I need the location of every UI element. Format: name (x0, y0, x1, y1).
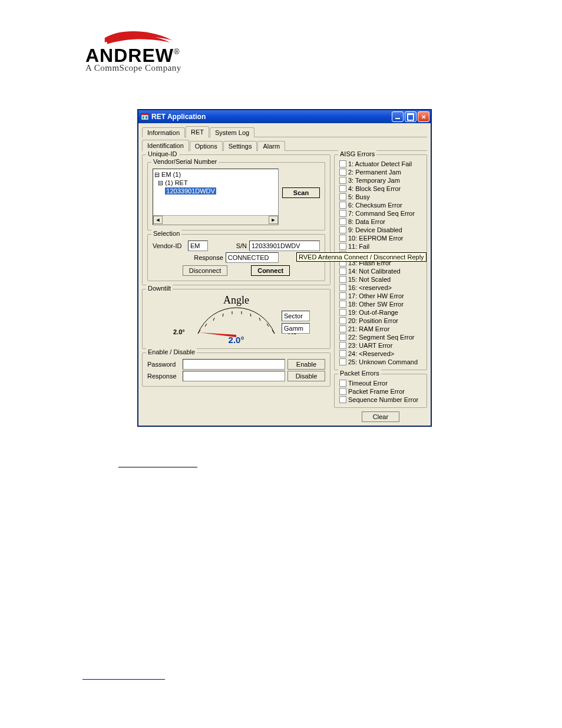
unique-id-title: Unique-ID (146, 150, 179, 157)
close-button[interactable] (418, 111, 429, 122)
svg-rect-3 (146, 116, 148, 118)
aisg-error-checkbox[interactable] (339, 309, 346, 316)
aisg-error-label: 10: EEPROM Error (348, 235, 404, 242)
password-input[interactable] (183, 359, 285, 370)
aisg-error-checkbox[interactable] (339, 160, 346, 167)
aisg-error-checkbox[interactable] (339, 334, 346, 341)
vendor-id-label: Vendor-ID (153, 242, 186, 249)
scroll-left-icon[interactable]: ◄ (153, 216, 163, 224)
enable-response-value (183, 371, 285, 381)
aisg-error-label: 18: Other SW Error (348, 301, 404, 308)
aisg-error-checkbox[interactable] (339, 325, 346, 332)
aisg-error-checkbox[interactable] (339, 301, 346, 308)
vendor-id-input[interactable] (188, 241, 208, 251)
packet-error-checkbox[interactable] (339, 380, 346, 387)
aisg-error-item: 16: <reserved> (339, 284, 422, 292)
enable-response-label: Response (147, 373, 180, 380)
gauge-min: 2.0° (173, 328, 185, 335)
sector-input[interactable] (282, 311, 310, 321)
aisg-error-item: 10: EEPROM Error (339, 234, 422, 242)
aisg-error-checkbox[interactable] (339, 226, 346, 233)
aisg-error-item: 11: Fail (339, 242, 422, 251)
packet-error-checkbox[interactable] (339, 388, 346, 395)
downtilt-title: Downtilt (146, 285, 173, 292)
aisg-error-checkbox[interactable] (339, 218, 346, 225)
aisg-error-checkbox[interactable] (339, 177, 346, 184)
svg-line-5 (205, 324, 207, 327)
aisg-error-checkbox[interactable] (339, 235, 346, 242)
aisg-error-checkbox[interactable] (339, 268, 346, 275)
aisg-error-checkbox[interactable] (339, 350, 346, 357)
tree-hscrollbar[interactable]: ◄ ► (153, 215, 278, 225)
aisg-error-checkbox[interactable] (339, 243, 346, 250)
clear-button[interactable]: Clear (362, 411, 399, 422)
svg-line-7 (223, 314, 223, 317)
svg-line-6 (213, 318, 214, 321)
subtab-alarm[interactable]: Alarm (257, 141, 285, 151)
packet-error-item: Packet Frame Error (339, 387, 422, 396)
registered-mark: ® (174, 47, 180, 56)
aisg-error-checkbox[interactable] (339, 193, 346, 200)
sn-label: S/N (236, 242, 247, 249)
device-tree[interactable]: ⊟ EM (1) ⊟ (1) RET 12033901DWDV ◄ ► (153, 169, 279, 225)
aisg-error-label: 8: Data Error (348, 218, 385, 225)
tab-system-log[interactable]: System Log (210, 127, 254, 137)
aisg-error-checkbox[interactable] (339, 276, 346, 283)
disconnect-button[interactable]: Disconnect (183, 265, 227, 276)
connect-button[interactable]: Connect (251, 265, 290, 276)
gauge-value: 2.0° (147, 335, 325, 345)
password-label: Password (147, 361, 180, 368)
aisg-error-item: 3: Temporary Jam (339, 176, 422, 185)
aisg-error-label: 25: Unknown Command (348, 358, 418, 365)
titlebar[interactable]: RET Application (138, 110, 431, 123)
svg-line-12 (267, 324, 269, 327)
aisg-error-checkbox[interactable] (339, 169, 346, 176)
aisg-title: AISG Errors (338, 150, 376, 157)
enable-button[interactable]: Enable (287, 359, 325, 370)
aisg-error-item: 7: Command Seq Error (339, 209, 422, 218)
tree-node-ret[interactable]: (1) RET (165, 179, 188, 186)
aisg-error-item: 15: Not Scaled (339, 275, 422, 284)
group-unique-id: Unique-ID Vendor/Serial Number ⊟ EM (1) … (142, 154, 330, 285)
subtab-options[interactable]: Options (190, 141, 223, 151)
packet-error-item: Sequence Number Error (339, 396, 422, 404)
tree-node-serial[interactable]: 12033901DWDV (165, 187, 216, 195)
tree-node-em[interactable]: EM (1) (161, 171, 181, 178)
aisg-error-checkbox[interactable] (339, 210, 346, 217)
svg-rect-2 (143, 116, 145, 118)
aisg-error-checkbox[interactable] (339, 185, 346, 192)
scroll-right-icon[interactable]: ► (269, 216, 278, 224)
aisg-error-label: 7: Command Seq Error (348, 210, 415, 217)
aisg-error-label: 3: Temporary Jam (348, 177, 400, 184)
subtab-identification[interactable]: Identification (142, 140, 189, 151)
aisg-error-label: 19: Out-of-Range (348, 309, 398, 316)
aisg-error-item: 24: <Reserved> (339, 350, 422, 358)
aisg-error-label: 20: Position Error (348, 317, 398, 324)
brand-name: ANDREW (85, 45, 174, 66)
aisg-error-item: 14: Not Calibrated (339, 267, 422, 275)
packet-error-checkbox[interactable] (339, 396, 346, 403)
aisg-error-checkbox[interactable] (339, 342, 346, 349)
aisg-error-checkbox[interactable] (339, 202, 346, 209)
aisg-error-checkbox[interactable] (339, 292, 346, 299)
aisg-error-item: 4: Block Seq Error (339, 185, 422, 193)
group-packet-errors: Packet Errors Timeout ErrorPacket Frame … (334, 374, 427, 408)
aisg-error-checkbox[interactable] (339, 358, 346, 365)
aisg-error-label: 11: Fail (348, 243, 369, 250)
enable-disable-title: Enable / Disable (146, 348, 197, 355)
aisg-error-label: 15: Not Scaled (348, 276, 391, 283)
sn-input[interactable] (249, 241, 320, 251)
gamm-input[interactable] (282, 323, 310, 334)
tab-information[interactable]: Information (142, 127, 185, 137)
svg-line-11 (259, 318, 260, 321)
scan-button[interactable]: Scan (282, 187, 320, 198)
subtab-settings[interactable]: Settings (223, 141, 257, 151)
aisg-error-checkbox[interactable] (339, 284, 346, 291)
minimize-button[interactable] (392, 111, 404, 122)
disable-button[interactable]: Disable (287, 371, 325, 381)
tab-ret[interactable]: RET (186, 126, 209, 138)
maximize-button[interactable] (405, 111, 416, 122)
logo-swoosh: ANDREW® (85, 29, 221, 62)
aisg-error-checkbox[interactable] (339, 317, 346, 324)
aisg-error-label: 5: Busy (348, 193, 370, 200)
